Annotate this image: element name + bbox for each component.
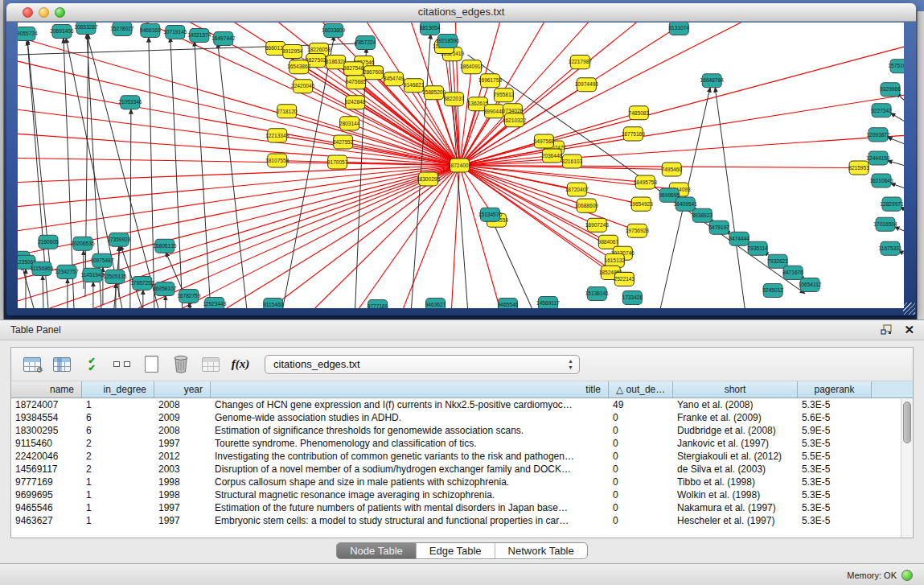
- graph-node[interactable]: 7495460: [661, 163, 682, 176]
- graph-node[interactable]: 15136141: [585, 286, 610, 300]
- column-header-out_de[interactable]: △ out_de…: [609, 381, 673, 398]
- graph-node[interactable]: 16961758: [478, 74, 503, 88]
- graph-node[interactable]: 3216103: [562, 154, 583, 168]
- graph-node[interactable]: 17359928: [107, 233, 131, 246]
- graph-node[interactable]: 7857224: [355, 36, 376, 50]
- graph-node[interactable]: 15805135: [153, 239, 177, 253]
- graph-node[interactable]: 8427552: [333, 135, 354, 149]
- graph-node[interactable]: 16409541: [674, 197, 698, 211]
- close-window-button[interactable]: [23, 7, 33, 18]
- table-row[interactable]: 2242004622012Investigating the contribut…: [11, 450, 913, 463]
- graph-node[interactable]: 6497568: [534, 134, 555, 148]
- graph-node[interactable]: 9329966: [880, 83, 901, 97]
- graph-node[interactable]: 12829971: [880, 197, 904, 211]
- graph-node[interactable]: 9466160: [140, 24, 161, 38]
- function-builder-icon[interactable]: f(x): [230, 355, 251, 374]
- graph-node[interactable]: 2718120: [277, 105, 298, 118]
- table-row[interactable]: 1872400712008Changes of HCN gene express…: [11, 398, 913, 411]
- tab-node-table[interactable]: Node Table: [337, 543, 416, 558]
- delete-table-icon[interactable]: [200, 355, 221, 374]
- graph-node[interactable]: 9475685: [346, 76, 367, 89]
- graph-node[interactable]: 17957253: [130, 276, 154, 290]
- graph-node[interactable]: 2935114: [748, 241, 768, 255]
- graph-node[interactable]: 8131074: [668, 23, 689, 35]
- graph-node[interactable]: 9474444: [729, 232, 749, 245]
- zoom-window-button[interactable]: [55, 7, 65, 18]
- graph-node[interactable]: 16648784: [700, 74, 725, 88]
- graph-node[interactable]: 9463627: [425, 298, 446, 308]
- table-row[interactable]: 911546021997Tourette syndrome. Phenomeno…: [11, 437, 913, 450]
- graph-node[interactable]: 12923448: [203, 297, 227, 308]
- graph-node[interactable]: 9827548: [343, 62, 364, 76]
- table-row[interactable]: 946362711997Embryonic stem cells: a mode…: [11, 514, 913, 527]
- graph-node[interactable]: 18907243: [585, 218, 610, 232]
- graph-node[interactable]: 12093872: [866, 128, 890, 142]
- network-canvas[interactable]: 1872400786601238912954182260589827503165…: [18, 23, 904, 308]
- graph-node[interactable]: 8822037: [444, 93, 465, 106]
- graph-node[interactable]: 16543862: [287, 60, 311, 74]
- table-row[interactable]: 969969511998Structural magnetic resonanc…: [11, 488, 913, 501]
- graph-node[interactable]: 11156869: [31, 262, 54, 275]
- graph-node[interactable]: 18640910: [460, 60, 484, 74]
- close-panel-icon[interactable]: ✕: [904, 323, 914, 336]
- graph-node[interactable]: 17016504: [873, 217, 897, 231]
- minimize-window-button[interactable]: [39, 7, 49, 18]
- graph-node[interactable]: 10653287: [74, 23, 98, 35]
- graph-node[interactable]: 16210322: [503, 113, 527, 127]
- graph-node[interactable]: 9115460: [263, 298, 283, 308]
- graph-node[interactable]: 18300295: [417, 172, 441, 186]
- table-header-row[interactable]: namein_degreeyeartitle△ out_de…shortpage…: [11, 381, 913, 398]
- table-selector-dropdown[interactable]: citations_edges.txt ▲▼: [265, 355, 580, 374]
- graph-node[interactable]: 1615132: [605, 253, 626, 267]
- graph-node[interactable]: 9242848: [345, 96, 366, 109]
- graph-node[interactable]: 18724007: [448, 159, 472, 172]
- graph-node[interactable]: 1733426: [622, 290, 643, 304]
- tab-edge-table[interactable]: Edge Table: [416, 543, 495, 558]
- network-nodes[interactable]: 1872400786601238912954182260589827503165…: [18, 23, 904, 308]
- column-header-name[interactable]: name: [11, 381, 82, 398]
- column-check-icon[interactable]: ✔✔: [81, 355, 102, 374]
- column-header-year[interactable]: year: [154, 381, 211, 398]
- graph-node[interactable]: 12217987: [569, 56, 593, 69]
- graph-node[interactable]: 16033809: [322, 24, 346, 38]
- delete-column-icon[interactable]: [170, 355, 191, 374]
- graph-node[interactable]: 14021574: [187, 29, 211, 43]
- network-window-titlebar[interactable]: citations_edges.txt: [6, 3, 916, 22]
- table-row[interactable]: 1830029562008Estimation of significance …: [11, 424, 913, 437]
- table-row[interactable]: 1456911722003Disruption of a novel membe…: [11, 463, 913, 476]
- graph-node[interactable]: 10719145: [163, 26, 187, 39]
- graph-node[interactable]: 18107554: [265, 154, 290, 167]
- graph-node[interactable]: 2160605: [38, 235, 59, 249]
- graph-node[interactable]: 22420046: [291, 80, 315, 93]
- table-row[interactable]: 946554611997Estimation of the future num…: [11, 501, 913, 514]
- table-row[interactable]: 977716911998Corpus callosum shape and si…: [11, 476, 913, 488]
- row-height-icon[interactable]: [111, 355, 132, 374]
- table-row[interactable]: 1938455462009Genome-wide association stu…: [11, 411, 913, 424]
- graph-node[interactable]: 9245012: [762, 283, 783, 297]
- graph-node[interactable]: 2867608: [363, 66, 384, 80]
- graph-node[interactable]: 16782759: [177, 289, 201, 303]
- column-visibility-icon[interactable]: [51, 355, 72, 374]
- graph-node[interactable]: 20206536: [71, 237, 95, 250]
- graph-node[interactable]: 8938923: [692, 208, 713, 222]
- graph-node[interactable]: 12213349: [265, 129, 290, 142]
- graph-node[interactable]: 15751074: [888, 60, 904, 73]
- column-header-in_degree[interactable]: in_degree: [82, 381, 154, 398]
- graph-node[interactable]: 20691406: [50, 25, 74, 39]
- graph-node[interactable]: 2036448: [542, 149, 563, 163]
- graph-node[interactable]: 9146821: [404, 79, 425, 93]
- float-window-icon[interactable]: [881, 324, 893, 336]
- graph-node[interactable]: 10974493: [575, 78, 599, 92]
- graph-node[interactable]: 8912954: [282, 45, 303, 59]
- column-header-short[interactable]: short: [673, 381, 798, 398]
- graph-node[interactable]: 16958107: [153, 282, 177, 295]
- graph-node[interactable]: 12342757: [55, 265, 79, 278]
- graph-node[interactable]: 19654923: [630, 197, 654, 211]
- graph-node[interactable]: 15134576: [478, 208, 503, 221]
- scrollbar-thumb[interactable]: [903, 402, 911, 443]
- graph-node[interactable]: 18775169: [622, 127, 646, 141]
- graph-node[interactable]: 15885209: [422, 86, 446, 100]
- graph-node[interactable]: 11451943: [81, 268, 105, 282]
- graph-node[interactable]: 10654112: [799, 278, 822, 291]
- graph-node[interactable]: 2522143: [614, 272, 635, 286]
